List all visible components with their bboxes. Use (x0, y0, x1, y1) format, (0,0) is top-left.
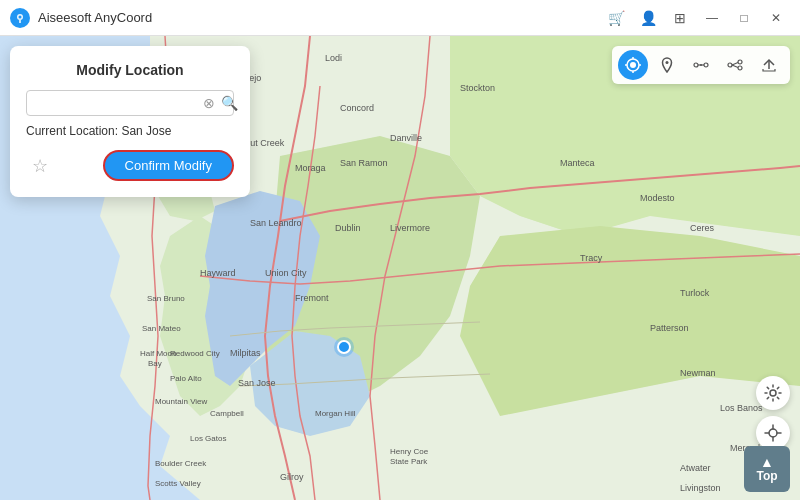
close-button[interactable]: ✕ (762, 4, 790, 32)
maximize-button[interactable]: □ (730, 4, 758, 32)
multi-route-button[interactable] (720, 50, 750, 80)
svg-text:Scotts Valley: Scotts Valley (155, 479, 201, 488)
svg-text:Union City: Union City (265, 268, 307, 278)
export-button[interactable] (754, 50, 784, 80)
user-icon[interactable]: 👤 (634, 4, 662, 32)
svg-text:San Jose: San Jose (238, 378, 276, 388)
svg-point-54 (694, 63, 698, 67)
svg-point-60 (738, 66, 742, 70)
top-arrow-icon: ▲ (760, 455, 774, 469)
svg-text:Mountain View: Mountain View (155, 397, 208, 406)
panel-title: Modify Location (26, 62, 234, 78)
svg-text:Redwood City: Redwood City (170, 349, 220, 358)
minimize-button[interactable]: — (698, 4, 726, 32)
svg-point-59 (738, 60, 742, 64)
svg-text:Atwater: Atwater (680, 463, 711, 473)
svg-text:Livermore: Livermore (390, 223, 430, 233)
search-icons: ⊗ 🔍 (203, 95, 238, 111)
star-icon: ☆ (32, 155, 48, 177)
svg-text:Moraga: Moraga (295, 163, 326, 173)
svg-text:Gilroy: Gilroy (280, 472, 304, 482)
map-toolbar (612, 46, 790, 84)
svg-point-64 (770, 390, 776, 396)
svg-point-57 (700, 64, 702, 66)
svg-text:San Mateo: San Mateo (142, 324, 181, 333)
svg-point-55 (704, 63, 708, 67)
svg-point-65 (769, 429, 777, 437)
svg-line-61 (732, 63, 738, 66)
svg-text:Henry Coe: Henry Coe (390, 447, 429, 456)
location-pin (337, 340, 351, 354)
titlebar-controls: 🛒 👤 ⊞ — □ ✕ (602, 4, 790, 32)
top-label: Top (756, 469, 777, 483)
svg-text:Concord: Concord (340, 103, 374, 113)
favorite-button[interactable]: ☆ (26, 152, 54, 180)
svg-text:Campbell: Campbell (210, 409, 244, 418)
svg-text:Boulder Creek: Boulder Creek (155, 459, 207, 468)
svg-text:Tracy: Tracy (580, 253, 603, 263)
svg-text:Turlock: Turlock (680, 288, 710, 298)
svg-text:Manteca: Manteca (560, 158, 595, 168)
svg-text:Ceres: Ceres (690, 223, 715, 233)
search-row: ⊗ 🔍 (26, 90, 234, 116)
settings-map-button[interactable] (756, 376, 790, 410)
clear-search-icon[interactable]: ⊗ (203, 95, 215, 111)
cart-icon[interactable]: 🛒 (602, 4, 630, 32)
windows-icon[interactable]: ⊞ (666, 4, 694, 32)
svg-text:Palo Alto: Palo Alto (170, 374, 202, 383)
svg-text:Fremont: Fremont (295, 293, 329, 303)
current-location-value: San Jose (121, 124, 171, 138)
svg-text:Milpitas: Milpitas (230, 348, 261, 358)
svg-point-1 (19, 15, 22, 18)
search-icon[interactable]: 🔍 (221, 95, 238, 111)
svg-text:Patterson: Patterson (650, 323, 689, 333)
svg-text:Hayward: Hayward (200, 268, 236, 278)
app-logo (10, 8, 30, 28)
svg-point-58 (728, 63, 732, 67)
locate-me-button[interactable] (756, 416, 790, 450)
main-content: Lodi Vallejo Concord Stockton Walnut Cre… (0, 36, 800, 500)
svg-point-53 (666, 61, 669, 64)
current-location-label: Current Location: (26, 124, 121, 138)
svg-text:Modesto: Modesto (640, 193, 675, 203)
scroll-to-top-button[interactable]: ▲ Top (744, 446, 790, 492)
svg-text:Danville: Danville (390, 133, 422, 143)
svg-text:Morgan Hill: Morgan Hill (315, 409, 356, 418)
svg-text:San Leandro: San Leandro (250, 218, 302, 228)
svg-text:Newman: Newman (680, 368, 716, 378)
location-mode-button[interactable] (618, 50, 648, 80)
titlebar: Aiseesoft AnyCoord 🛒 👤 ⊞ — □ ✕ (0, 0, 800, 36)
svg-point-47 (630, 62, 636, 68)
svg-text:Lodi: Lodi (325, 53, 342, 63)
zoom-controls (756, 376, 790, 450)
svg-text:Dublin: Dublin (335, 223, 361, 233)
svg-line-62 (732, 65, 738, 68)
svg-text:State Park: State Park (390, 457, 428, 466)
svg-text:Los Gatos: Los Gatos (190, 434, 226, 443)
route-mode-button[interactable] (686, 50, 716, 80)
current-location-text: Current Location: San Jose (26, 124, 234, 138)
pin-mode-button[interactable] (652, 50, 682, 80)
bottom-row: ☆ Confirm Modify (26, 150, 234, 181)
svg-text:Stockton: Stockton (460, 83, 495, 93)
confirm-modify-button[interactable]: Confirm Modify (103, 150, 234, 181)
modify-location-panel: Modify Location ⊗ 🔍 Current Location: Sa… (10, 46, 250, 197)
svg-text:Livingston: Livingston (680, 483, 721, 493)
location-search-input[interactable] (35, 96, 203, 111)
app-title: Aiseesoft AnyCoord (38, 10, 602, 25)
svg-text:San Bruno: San Bruno (147, 294, 185, 303)
svg-text:Bay: Bay (148, 359, 162, 368)
svg-text:San Ramon: San Ramon (340, 158, 388, 168)
